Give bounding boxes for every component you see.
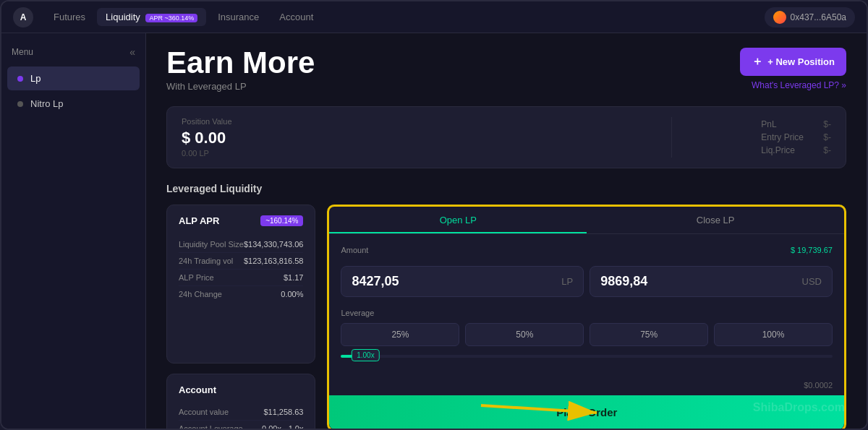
nav-items: Futures Liquidity APR ~360.14% Insurance… [45, 8, 765, 26]
plus-icon: ＋ [752, 54, 763, 69]
alp-badge: ~160.14% [260, 215, 303, 226]
lp-input-value[interactable]: 8427,05 [352, 274, 556, 289]
alp-header: ALP APR ~160.14% [179, 215, 303, 226]
lp-tabs: Open LP Close LP [329, 207, 844, 234]
position-right: PnL $- Entry Price $- Liq.Price $- [686, 117, 831, 158]
logo: A [13, 7, 33, 27]
alp-row-price: ALP Price $1.17 [179, 270, 303, 286]
nav-item-insurance[interactable]: Insurance [209, 8, 268, 26]
leverage-slider[interactable]: 1.00x [341, 355, 833, 358]
leverage-btn-100[interactable]: 100% [714, 323, 833, 346]
alp-row-change: 24h Change 0.00% [179, 286, 303, 302]
leverage-btn-75[interactable]: 75% [590, 323, 708, 346]
amount-inputs: 8427,05 LP 9869,84 USD [341, 266, 833, 297]
top-nav: A Futures Liquidity APR ~360.14% Insuran… [1, 1, 867, 33]
pnl-value: $- [823, 119, 831, 129]
leveraged-liquidity-header: Leveraged Liquidity [166, 183, 846, 194]
account-row-leverage: Account Leverage 0.00x - 1.0x [179, 421, 303, 429]
entry-price-label: Entry Price [761, 132, 812, 142]
tab-open-lp[interactable]: Open LP [329, 207, 587, 233]
alp-row-pool-size: Liquidity Pool Size $134,330,743.06 [179, 236, 303, 253]
entry-price-value: $- [823, 132, 831, 142]
position-value-label: Position Value [182, 117, 657, 126]
watermark: ShibaDrops.com [753, 401, 845, 414]
position-left: Position Value $ 0.00 0.00 LP [182, 117, 657, 158]
account-row-value: Account value $11,258.63 [179, 404, 303, 421]
lp-dot [17, 76, 23, 82]
alp-row-trading-vol: 24h Trading vol $123,163,816.58 [179, 253, 303, 270]
lp-bottom-value: $0.0002 [329, 375, 844, 395]
card-divider [671, 117, 672, 158]
amount-top-right: $ 19,739.67 [791, 246, 833, 254]
nav-item-account[interactable]: Account [271, 8, 322, 26]
lp-form: Amount $ 19,739.67 8427,05 LP 9869,84 US… [329, 234, 844, 375]
alp-card: ALP APR ~160.14% Liquidity Pool Size $13… [166, 205, 315, 364]
header-row: Earn More With Leveraged LP ＋ + New Posi… [166, 48, 846, 92]
nitro-lp-dot [17, 101, 23, 107]
leverage-buttons: 25% 50% 75% 100% [341, 323, 833, 346]
leverage-btn-25[interactable]: 25% [341, 323, 459, 346]
lp-input-group[interactable]: 8427,05 LP [341, 266, 584, 297]
left-cards: ALP APR ~160.14% Liquidity Pool Size $13… [166, 205, 315, 429]
lp-unit: LP [561, 276, 573, 287]
account-card: Account Account value $11,258.63 Account… [166, 374, 315, 429]
collapse-icon[interactable]: « [129, 46, 135, 58]
main-content: Earn More With Leveraged LP ＋ + New Posi… [146, 33, 867, 429]
liq-price-row: Liq.Price $- [761, 145, 831, 155]
leveraged-lp-link[interactable]: What's Leveraged LP? » [752, 80, 846, 90]
two-col-layout: ALP APR ~160.14% Liquidity Pool Size $13… [166, 205, 846, 429]
position-value-amount: $ 0.00 [182, 129, 657, 147]
usd-unit: USD [802, 276, 822, 287]
wallet-avatar [773, 11, 786, 24]
sidebar-item-nitro-lp[interactable]: Nitro Lp [7, 92, 140, 116]
pnl-label: PnL [761, 119, 812, 129]
app-frame: A Futures Liquidity APR ~360.14% Insuran… [0, 0, 868, 430]
sidebar-item-lp[interactable]: Lp [7, 66, 140, 90]
account-title: Account [179, 384, 303, 395]
amount-label: Amount [341, 246, 368, 254]
sidebar-menu-header: Menu « [1, 42, 145, 65]
page-title: Earn More [166, 48, 315, 78]
pnl-row: PnL $- [761, 119, 831, 129]
sidebar-item-lp-label: Lp [30, 73, 41, 84]
position-card: Position Value $ 0.00 0.00 LP PnL $- Ent… [166, 106, 846, 168]
sidebar-item-nitro-lp-label: Nitro Lp [30, 98, 64, 109]
slider-track [341, 355, 833, 358]
slider-thumb: 1.00x [352, 349, 379, 361]
header-actions: ＋ + New Position What's Leveraged LP? » [740, 48, 846, 90]
liq-price-label: Liq.Price [761, 145, 812, 155]
body-area: Menu « Lp Nitro Lp Earn More With Levera… [1, 33, 867, 429]
menu-label: Menu [12, 47, 33, 57]
lp-panel: Open LP Close LP Amount $ 19,739.67 8427… [327, 205, 846, 429]
leverage-label: Leverage [341, 309, 833, 317]
liq-price-value: $- [823, 145, 831, 155]
nav-item-liquidity[interactable]: Liquidity APR ~360.14% [97, 8, 206, 26]
usd-input-value[interactable]: 9869,84 [600, 274, 796, 289]
sidebar: Menu « Lp Nitro Lp [1, 33, 146, 429]
page-subtitle: With Leveraged LP [166, 81, 315, 92]
title-area: Earn More With Leveraged LP [166, 48, 315, 92]
leverage-btn-50[interactable]: 50% [465, 323, 584, 346]
entry-price-row: Entry Price $- [761, 132, 831, 142]
nav-item-futures[interactable]: Futures [45, 8, 94, 26]
alp-title: ALP APR [179, 215, 219, 226]
usd-input-group[interactable]: 9869,84 USD [590, 266, 833, 297]
liquidity-badge: APR ~360.14% [145, 14, 197, 22]
new-position-button[interactable]: ＋ + New Position [740, 48, 846, 76]
tab-close-lp[interactable]: Close LP [587, 207, 844, 233]
wallet-address[interactable]: 0x437...6A50a [765, 7, 855, 27]
position-lp-value: 0.00 LP [182, 149, 657, 158]
